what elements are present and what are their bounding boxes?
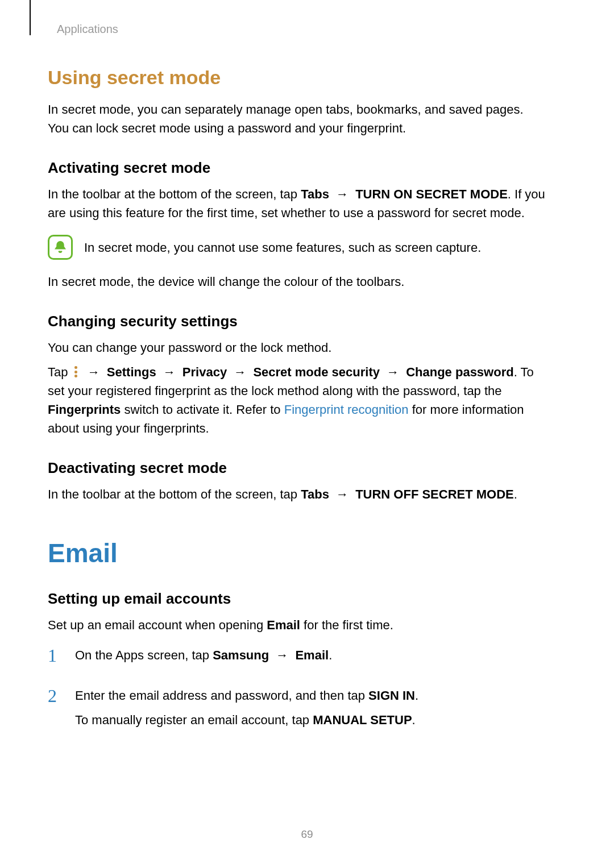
deactivating-para: In the toolbar at the bottom of the scre… [48, 485, 546, 504]
arrow-icon: → [160, 365, 179, 379]
note-callout: In secret mode, you cannot use some feat… [48, 235, 546, 260]
change-password-label: Change password [406, 365, 513, 379]
samsung-label: Samsung [213, 648, 269, 662]
heading-changing-security: Changing security settings [48, 313, 546, 330]
text: Set up an email account when opening [48, 618, 267, 632]
settings-label: Settings [107, 365, 156, 379]
changing-para-2: Tap → Settings → Privacy → Secret mode s… [48, 363, 546, 438]
arrow-icon: → [230, 365, 250, 379]
activating-para-1: In the toolbar at the bottom of the scre… [48, 185, 546, 222]
page-number: 69 [0, 828, 614, 841]
text: . [415, 688, 418, 703]
text: In the toolbar at the bottom of the scre… [48, 187, 301, 201]
heading-activating: Activating secret mode [48, 159, 546, 177]
turn-on-secret-mode-label: TURN ON SECRET MODE [355, 187, 508, 201]
email-label: Email [295, 648, 329, 662]
step-number: 2 [48, 686, 64, 735]
more-options-icon [74, 366, 78, 378]
email-label: Email [267, 618, 300, 632]
step-number: 1 [48, 646, 64, 670]
step-body: On the Apps screen, tap Samsung → Email. [75, 646, 332, 670]
manual-setup-label: MANUAL SETUP [313, 713, 412, 727]
email-intro-para: Set up an email account when opening Ema… [48, 616, 546, 634]
note-text: In secret mode, you cannot use some feat… [84, 238, 481, 257]
heading-setting-up-email: Setting up email accounts [48, 590, 546, 608]
step-body: Enter the email address and password, an… [75, 686, 418, 735]
arrow-icon: → [333, 487, 352, 501]
text: for the first time. [300, 618, 393, 632]
text: To manually register an email account, t… [75, 713, 313, 727]
text: In the toolbar at the bottom of the scre… [48, 487, 301, 501]
tabs-label: Tabs [301, 187, 329, 201]
step-text: Enter the email address and password, an… [75, 686, 418, 705]
text: switch to activate it. Refer to [121, 402, 284, 417]
arrow-icon: → [333, 187, 352, 201]
fingerprint-recognition-link[interactable]: Fingerprint recognition [284, 402, 409, 417]
corner-rule [30, 0, 31, 35]
privacy-label: Privacy [182, 365, 227, 379]
turn-off-secret-mode-label: TURN OFF SECRET MODE [355, 487, 514, 501]
step-1: 1 On the Apps screen, tap Samsung → Emai… [48, 646, 546, 670]
fingerprints-label: Fingerprints [48, 402, 121, 417]
text: On the Apps screen, tap [75, 648, 213, 662]
text: . [514, 487, 517, 501]
arrow-icon: → [272, 648, 292, 662]
intro-para: In secret mode, you can separately manag… [48, 100, 546, 138]
text: . [329, 648, 332, 662]
text: Enter the email address and password, an… [75, 688, 368, 703]
arrow-icon: → [383, 365, 403, 379]
heading-email: Email [48, 538, 546, 568]
manual-page: Applications Using secret mode In secret… [0, 0, 614, 868]
heading-deactivating: Deactivating secret mode [48, 459, 546, 477]
tabs-label: Tabs [301, 487, 329, 501]
step-text: To manually register an email account, t… [75, 711, 418, 729]
text: . [412, 713, 416, 727]
bell-icon [53, 240, 68, 255]
step-text: On the Apps screen, tap Samsung → Email. [75, 646, 332, 665]
heading-using-secret-mode: Using secret mode [48, 67, 546, 89]
activating-para-2: In secret mode, the device will change t… [48, 272, 546, 291]
arrow-icon: → [84, 365, 103, 379]
steps-list: 1 On the Apps screen, tap Samsung → Emai… [48, 646, 546, 735]
sign-in-label: SIGN IN [368, 688, 415, 703]
step-2: 2 Enter the email address and password, … [48, 686, 546, 735]
changing-para-1: You can change your password or the lock… [48, 338, 546, 357]
text: Tap [48, 365, 72, 379]
note-icon [48, 235, 73, 260]
secret-mode-security-label: Secret mode security [253, 365, 380, 379]
breadcrumb: Applications [57, 23, 546, 36]
